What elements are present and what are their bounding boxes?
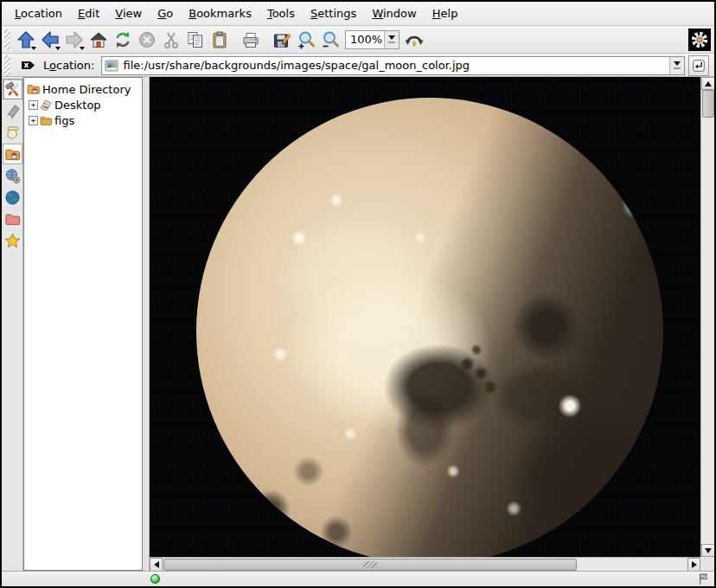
- statusbar-flag-icon: [697, 572, 710, 585]
- menu-edit[interactable]: Edit: [70, 3, 107, 23]
- menu-go[interactable]: Go: [150, 3, 181, 23]
- scissors-icon-disabled: [162, 30, 181, 49]
- menu-bookmarks[interactable]: Bookmarks: [181, 3, 259, 23]
- horizontal-scroll-thumb[interactable]: [163, 559, 577, 571]
- rotate-button[interactable]: [402, 28, 426, 52]
- desktop-icon: [39, 98, 53, 112]
- clear-location-button[interactable]: [17, 55, 38, 76]
- menu-bar: Location Edit View Go Bookmarks Tools Se…: [2, 2, 714, 26]
- moon-image: [196, 98, 663, 557]
- url-dropdown-button[interactable]: [669, 57, 684, 74]
- zoom-in-icon: [297, 30, 316, 49]
- status-bar: [2, 571, 714, 586]
- horizontal-scrollbar[interactable]: [150, 557, 700, 571]
- cut-button: [159, 28, 183, 52]
- image-viewer: [150, 77, 714, 571]
- location-toolbar: Location:: [2, 54, 714, 77]
- combo-dash: [674, 67, 681, 69]
- rotate-icon: [404, 30, 425, 49]
- gear-icon: [690, 30, 709, 49]
- tree-item-label[interactable]: Desktop: [54, 99, 101, 112]
- panel-splitter[interactable]: [144, 77, 150, 571]
- toolbar-drag-handle[interactable]: [4, 29, 10, 50]
- chevron-down-icon: [674, 61, 681, 66]
- zoom-level-combo[interactable]: 100%: [345, 30, 400, 49]
- sidebar-configure-button[interactable]: [3, 79, 22, 99]
- paste-button[interactable]: [208, 28, 232, 52]
- folder-home-icon: [26, 82, 41, 96]
- printer-icon: [241, 30, 260, 49]
- tools-icon: [4, 81, 21, 98]
- go-button[interactable]: [688, 55, 709, 76]
- forward-dropdown-caret: [80, 47, 85, 50]
- scroll-up-button[interactable]: [701, 77, 715, 90]
- sidebar-network-button[interactable]: [3, 165, 22, 186]
- zoom-out-button[interactable]: [318, 28, 342, 52]
- sidebar-root-folder-button[interactable]: [3, 208, 22, 229]
- copy-icon: [186, 30, 205, 49]
- url-input[interactable]: [119, 59, 669, 72]
- tree-item-figs[interactable]: + figs: [26, 112, 140, 128]
- scroll-right-button[interactable]: [687, 558, 700, 572]
- menu-window[interactable]: Window: [364, 3, 424, 23]
- reload-button[interactable]: [111, 28, 135, 52]
- menu-tools[interactable]: Tools: [259, 3, 303, 23]
- main-toolbar: 100%: [2, 26, 714, 54]
- menu-location[interactable]: Location: [7, 3, 70, 23]
- sidebar-browser-button[interactable]: [3, 187, 22, 208]
- stop-icon-disabled: [137, 30, 157, 49]
- folder-icon: [39, 114, 53, 127]
- vertical-scroll-thumb[interactable]: [702, 90, 714, 118]
- tree-item-desktop[interactable]: + Desktop: [26, 97, 140, 112]
- up-dropdown-caret[interactable]: [31, 47, 36, 50]
- print-button[interactable]: [239, 28, 263, 52]
- combo-dash: [388, 42, 395, 43]
- copy-button[interactable]: [183, 28, 208, 52]
- zoom-level-value[interactable]: 100%: [346, 31, 384, 48]
- globe-icon: [4, 189, 21, 206]
- menu-help[interactable]: Help: [425, 3, 466, 23]
- bookmark-ribbon-icon: [4, 103, 21, 119]
- up-button[interactable]: [14, 28, 38, 52]
- sidebar-history-button[interactable]: [3, 122, 22, 143]
- arrow-down-icon: [705, 548, 712, 553]
- scroll-left-button[interactable]: [150, 558, 163, 572]
- konqueror-throbber: [688, 29, 711, 51]
- konqueror-window: Location Edit View Go Bookmarks Tools Se…: [0, 0, 716, 588]
- status-led-icon: [150, 574, 160, 584]
- scroll-down-button[interactable]: [701, 544, 715, 557]
- arrow-up-icon: [705, 81, 712, 86]
- tree-item-home-directory[interactable]: Home Directory: [26, 81, 140, 97]
- folder-home-icon: [4, 146, 21, 163]
- back-button[interactable]: [38, 28, 62, 52]
- save-as-button[interactable]: [270, 28, 294, 52]
- zoom-in-button[interactable]: [294, 28, 318, 52]
- history-scroll-icon: [4, 125, 21, 141]
- forward-button: [62, 28, 86, 52]
- tree-item-label[interactable]: figs: [54, 114, 74, 127]
- zoom-level-dropdown-button[interactable]: [384, 31, 399, 48]
- expand-plus-icon[interactable]: +: [29, 116, 38, 125]
- zoom-out-icon: [321, 30, 340, 49]
- home-button[interactable]: [86, 28, 111, 52]
- tree-item-label[interactable]: Home Directory: [42, 83, 131, 96]
- sidebar-bookmark-button[interactable]: [3, 100, 22, 121]
- network-globe-icon: [4, 168, 21, 184]
- back-dropdown-caret[interactable]: [55, 47, 61, 50]
- sidebar-home-directory-button[interactable]: [3, 144, 22, 164]
- menu-settings[interactable]: Settings: [303, 3, 364, 23]
- scrollbar-corner: [700, 557, 714, 571]
- sidebar-button-strip: [2, 77, 23, 571]
- paste-icon: [210, 30, 229, 49]
- arrow-right-icon: [692, 561, 697, 568]
- expand-plus-icon[interactable]: +: [29, 100, 38, 110]
- reload-icon: [113, 30, 132, 49]
- locationbar-drag-handle[interactable]: [4, 55, 10, 76]
- image-file-icon: [105, 59, 119, 73]
- enter-arrow-icon: [691, 58, 706, 74]
- sidebar-bookmarks-star-button[interactable]: [3, 230, 22, 251]
- url-combobox[interactable]: [101, 56, 685, 75]
- image-canvas: [150, 77, 700, 557]
- vertical-scrollbar[interactable]: [700, 77, 714, 557]
- menu-view[interactable]: View: [107, 3, 150, 23]
